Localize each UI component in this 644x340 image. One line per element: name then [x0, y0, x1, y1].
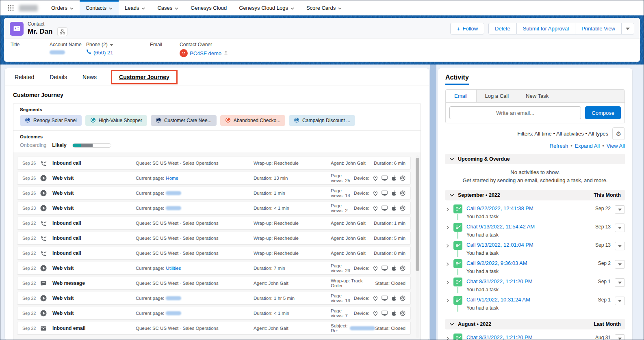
- journey-row[interactable]: Sep 26Inbound callQueue: SC US West - Sa…: [17, 157, 411, 170]
- expand-chevron-icon[interactable]: [445, 206, 453, 213]
- expand-chevron-icon[interactable]: [445, 335, 453, 340]
- segment-chip-customer-care-nee[interactable]: Customer Care Nee...: [151, 115, 217, 126]
- outcome-likelihood: Likely: [52, 142, 66, 148]
- activity-item-menu-button[interactable]: [615, 260, 625, 269]
- journey-row[interactable]: Sep 22Inbound callQueue: SC US West - Sa…: [17, 247, 411, 260]
- journey-row[interactable]: Sep 22Inbound callQueue: SC US West - Sa…: [17, 217, 411, 230]
- activity-item-link[interactable]: Chat 9/13/2022, 11:54:42 AM: [466, 224, 535, 230]
- apple-icon: [391, 265, 396, 271]
- activity-item-link[interactable]: Chat 8/31/2022, 1:21:20 PM: [466, 278, 533, 284]
- activity-item-menu-button[interactable]: [615, 334, 625, 340]
- nav-tab-genesys-cloud[interactable]: Genesys Cloud: [184, 0, 233, 15]
- composer-tab-new-task[interactable]: New Task: [517, 90, 557, 102]
- section-upcoming-overdue[interactable]: Upcoming & Overdue: [445, 154, 625, 164]
- activity-item-menu-button[interactable]: [615, 297, 625, 305]
- activity-settings-button[interactable]: ⚙: [612, 127, 625, 140]
- composer-tab-email[interactable]: Email: [446, 90, 477, 102]
- activity-item-link[interactable]: Call 9/1/2022, 10:31:24 AM: [466, 297, 530, 303]
- chevron-down-icon: [449, 192, 454, 198]
- web-message-icon: [40, 280, 52, 286]
- activity-item-subtitle: You had a task: [466, 305, 595, 311]
- activity-item-menu-button[interactable]: [615, 224, 625, 232]
- tab-details[interactable]: Details: [50, 74, 67, 80]
- activity-item-subtitle: You had a task: [466, 269, 595, 274]
- task-icon: [453, 241, 462, 250]
- journey-row[interactable]: Sep 22Web visitCurrent page:Duration: < …: [17, 307, 411, 320]
- row-type: Inbound call: [52, 235, 136, 241]
- follow-button[interactable]: +Follow: [450, 23, 484, 34]
- segment-chip-abandoned-checko[interactable]: Abandoned Checko...: [220, 115, 285, 126]
- segment-chip-high-value-shopper[interactable]: High-Value Shopper: [85, 115, 147, 126]
- delete-button[interactable]: Delete: [488, 23, 517, 34]
- nav-tab-cases[interactable]: Cases: [151, 0, 184, 15]
- expand-chevron-icon[interactable]: [445, 261, 453, 268]
- journey-row[interactable]: Sep 26Web visitCurrent page:HomeDuration…: [17, 172, 411, 185]
- activity-item-link[interactable]: Call 9/22/2022, 12:41:38 PM: [466, 205, 533, 211]
- hierarchy-icon-button[interactable]: [57, 27, 67, 36]
- composer-tab-log-a-call[interactable]: Log a Call: [477, 90, 518, 102]
- row-type: Web visit: [52, 265, 136, 271]
- journey-row[interactable]: Sep 23Web visitCurrent page:Duration: < …: [17, 202, 411, 215]
- view-all-link[interactable]: View All: [607, 143, 625, 149]
- refresh-link[interactable]: Refresh: [550, 143, 568, 149]
- activity-item-date: Aug 31: [595, 335, 611, 340]
- submit-for-approval-button[interactable]: Submit for Approval: [517, 23, 575, 34]
- section-august-2022[interactable]: August • 2022 Last Month: [445, 319, 625, 329]
- current-page-link[interactable]: Home: [166, 176, 178, 181]
- activity-item-link[interactable]: Call 9/13/2022, 12:01:04 PM: [466, 242, 533, 248]
- journey-row[interactable]: Sep 22Web messageQueue: SC US West - Sal…: [17, 277, 411, 290]
- phone-caret-icon[interactable]: [110, 42, 113, 47]
- more-actions-button[interactable]: [622, 23, 634, 34]
- expand-chevron-icon[interactable]: [445, 279, 453, 286]
- change-owner-icon[interactable]: [223, 50, 228, 56]
- chevron-down-icon: [70, 5, 74, 11]
- expand-chevron-icon[interactable]: [445, 224, 453, 232]
- activity-item-link[interactable]: Call 9/2/2022, 9:36:03 AM: [466, 260, 527, 266]
- segment-chip-campaign-discount[interactable]: Campaign Discount ...: [289, 115, 355, 126]
- app-launcher-icon[interactable]: [4, 2, 17, 14]
- row-date: Sep 26: [22, 191, 40, 196]
- tab-related[interactable]: Related: [15, 74, 34, 80]
- scrollbar-thumb[interactable]: [416, 158, 419, 271]
- journey-row[interactable]: Sep 22Inbound emailQueue: SC US West - S…: [17, 322, 411, 335]
- nav-tab-leads[interactable]: Leads: [119, 0, 151, 15]
- current-page-link[interactable]: Utilities: [166, 266, 181, 271]
- task-icon: [453, 223, 462, 232]
- compose-button[interactable]: Compose: [585, 106, 621, 119]
- nav-tab-genesys-cloud-logs[interactable]: Genesys Cloud Logs: [233, 0, 300, 15]
- tab-customer-journey[interactable]: Customer Journey: [111, 70, 178, 84]
- section-september-2022[interactable]: September • 2022 This Month: [445, 190, 625, 200]
- contact-owner-link[interactable]: PC4SF demo: [190, 50, 221, 56]
- activity-item: Chat 9/13/2022, 11:54:42 AMYou had a tas…: [445, 223, 625, 241]
- task-icon: [453, 204, 462, 213]
- row-type: Web visit: [52, 310, 136, 316]
- nav-tab-score-cards[interactable]: Score Cards: [300, 0, 348, 15]
- journey-row[interactable]: Sep 22Web visitCurrent page:UtilitiesDur…: [17, 262, 411, 275]
- phone-number-link[interactable]: (650) 21: [93, 49, 113, 56]
- web-visit-icon: [40, 190, 52, 196]
- journey-row[interactable]: Sep 22Web visitCurrent page:Duration: 1 …: [17, 292, 411, 305]
- activity-item-link[interactable]: Chat 8/31/2022, 1:21:20 PM: [466, 334, 533, 340]
- tab-news[interactable]: News: [82, 74, 97, 80]
- nav-tab-orders[interactable]: Orders: [45, 0, 80, 15]
- nav-tab-contacts[interactable]: Contacts: [80, 0, 119, 15]
- account-name-redacted-link[interactable]: [50, 50, 65, 54]
- expand-all-link[interactable]: Expand All: [575, 143, 600, 149]
- row-date: Sep 26: [22, 161, 40, 166]
- expand-chevron-icon[interactable]: [445, 243, 453, 250]
- journey-row[interactable]: Sep 26Web visitCurrent page:Duration: 1 …: [17, 187, 411, 200]
- activity-item-menu-button[interactable]: [615, 278, 625, 287]
- activity-item-menu-button[interactable]: [615, 205, 625, 214]
- activity-item-menu-button[interactable]: [615, 242, 625, 250]
- row-date: Sep 22: [22, 251, 40, 256]
- printable-view-button[interactable]: Printable View: [575, 23, 622, 34]
- location-pin-icon: [373, 295, 378, 301]
- row-type: Web visit: [52, 175, 136, 181]
- email-input[interactable]: [449, 106, 581, 119]
- journey-scrollbar[interactable]: [416, 155, 419, 338]
- segment-chip-renogy-solar-panel[interactable]: Renogy Solar Panel: [20, 115, 82, 126]
- desktop-icon: [382, 190, 388, 196]
- segment-icon: [25, 117, 30, 124]
- journey-row[interactable]: Sep 22Inbound callQueue: SC US West - Sa…: [17, 232, 411, 245]
- expand-chevron-icon[interactable]: [445, 297, 453, 305]
